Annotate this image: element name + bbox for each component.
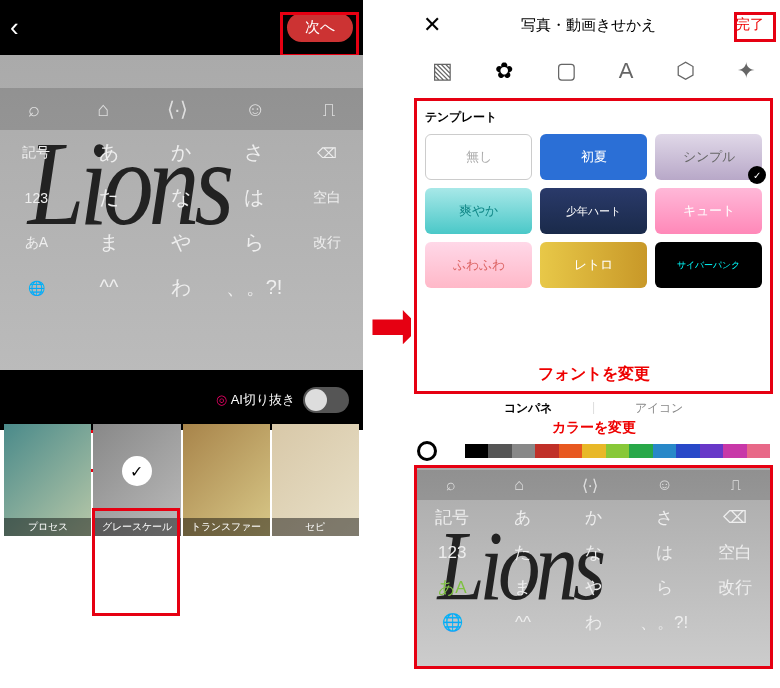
key[interactable]: さ <box>629 500 700 535</box>
key[interactable]: 、。?! <box>629 605 700 640</box>
annotation-color-change: カラーを変更 <box>411 419 776 437</box>
color-swatch[interactable] <box>629 444 653 458</box>
color-swatch[interactable] <box>465 444 489 458</box>
key[interactable]: 空白 <box>290 175 363 220</box>
key[interactable]: ⌫ <box>290 130 363 175</box>
key[interactable]: わ <box>558 605 629 640</box>
color-swatch[interactable] <box>582 444 606 458</box>
search-icon[interactable]: ⌕ <box>28 98 40 121</box>
code-icon[interactable]: ⟨·⟩ <box>167 97 189 121</box>
sparkle-icon[interactable]: ✦ <box>737 58 755 84</box>
key[interactable]: あA <box>0 220 73 265</box>
key[interactable]: は <box>629 535 700 570</box>
shape-icon[interactable]: ▢ <box>556 58 577 84</box>
search-icon[interactable]: ⌕ <box>446 476 456 494</box>
key[interactable]: な <box>558 535 629 570</box>
key[interactable]: は <box>218 175 291 220</box>
key[interactable]: 🌐 <box>417 605 488 640</box>
key[interactable]: ま <box>488 570 559 605</box>
filter-セピ[interactable]: セピ <box>272 424 359 536</box>
category-row: ▧✿▢A⬡✦ <box>411 50 776 92</box>
template-爽やか[interactable]: 爽やか <box>425 188 532 234</box>
close-button[interactable]: ✕ <box>423 12 441 38</box>
color-swatch[interactable] <box>653 444 677 458</box>
key[interactable]: わ <box>145 265 218 310</box>
key[interactable]: 改行 <box>699 570 770 605</box>
mic-icon[interactable]: ⎍ <box>731 476 741 494</box>
face-icon[interactable]: ☺ <box>245 98 265 121</box>
key[interactable]: 記号 <box>417 500 488 535</box>
color-swatch[interactable] <box>747 444 771 458</box>
color-swatch[interactable] <box>676 444 700 458</box>
key[interactable]: ら <box>629 570 700 605</box>
color-swatch[interactable] <box>700 444 724 458</box>
filter-トランスファー[interactable]: トランスファー <box>183 424 270 536</box>
shirt-icon[interactable]: ⌂ <box>514 476 524 494</box>
key[interactable]: た <box>73 175 146 220</box>
color-swatch[interactable] <box>606 444 630 458</box>
filter-プロセス[interactable]: プロセス <box>4 424 91 536</box>
template-キュート[interactable]: キュート <box>655 188 762 234</box>
key[interactable]: な <box>145 175 218 220</box>
key[interactable]: 記号 <box>0 130 73 175</box>
template-初夏[interactable]: 初夏 <box>540 134 647 180</box>
key[interactable]: 🌐 <box>0 265 73 310</box>
template-シンプル[interactable]: シンプル✓ <box>655 134 762 180</box>
color-swatch[interactable] <box>559 444 583 458</box>
blur-icon[interactable]: ▧ <box>432 58 453 84</box>
key[interactable]: 改行 <box>290 220 363 265</box>
key[interactable]: ら <box>218 220 291 265</box>
mic-icon[interactable]: ⎍ <box>323 98 335 121</box>
face-icon[interactable]: ☺ <box>656 476 672 494</box>
template-少年ハート[interactable]: 少年ハート <box>540 188 647 234</box>
template-ふわふわ[interactable]: ふわふわ <box>425 242 532 288</box>
subtab-アイコン[interactable]: アイコン <box>635 400 683 417</box>
ai-cutout-toggle[interactable] <box>303 387 349 413</box>
annotation-font-change: フォントを変更 <box>417 364 770 385</box>
color-swatch[interactable] <box>723 444 747 458</box>
ai-cutout-row: AI切り抜き <box>0 370 363 430</box>
shirt-icon[interactable]: ⌂ <box>97 98 109 121</box>
key[interactable]: 空白 <box>699 535 770 570</box>
highlight-selected-filter <box>92 508 180 616</box>
key[interactable]: あ <box>73 130 146 175</box>
header: ✕ 写真・動画きせかえ 完了 <box>411 0 776 50</box>
code-icon[interactable]: ⟨·⟩ <box>582 476 598 495</box>
key[interactable]: さ <box>218 130 291 175</box>
filter-screen: ‹ 次へ Lions ⌕ ⌂ ⟨·⟩ ☺ ⎍ 記号あかさ⌫123たなは空白あAま… <box>0 0 363 660</box>
key[interactable]: た <box>488 535 559 570</box>
template-無し[interactable]: 無し <box>425 134 532 180</box>
key[interactable]: ^^ <box>488 605 559 640</box>
color-swatch[interactable] <box>535 444 559 458</box>
key[interactable]: 123 <box>417 535 488 570</box>
back-button[interactable]: ‹ <box>10 12 19 43</box>
key[interactable]: ⌫ <box>699 500 770 535</box>
key[interactable]: 123 <box>0 175 73 220</box>
color-swatch[interactable] <box>488 444 512 458</box>
screen-title: 写真・動画きせかえ <box>521 16 656 35</box>
text-icon[interactable]: A <box>619 58 634 84</box>
color-swatch[interactable] <box>512 444 536 458</box>
key[interactable]: ま <box>73 220 146 265</box>
key[interactable] <box>290 265 363 310</box>
key[interactable]: あA <box>417 570 488 605</box>
key[interactable] <box>699 605 770 640</box>
font-icon[interactable]: ✿ <box>495 58 513 84</box>
highlight-next <box>280 12 359 57</box>
shield-icon[interactable]: ⬡ <box>676 58 695 84</box>
color-swatch-selected[interactable] <box>417 441 437 461</box>
key[interactable]: か <box>145 130 218 175</box>
key[interactable]: ^^ <box>73 265 146 310</box>
template-サイバーパンク[interactable]: サイバーパンク <box>655 242 762 288</box>
key[interactable]: か <box>558 500 629 535</box>
template-screen: ✕ 写真・動画きせかえ 完了 ▧✿▢A⬡✦ テンプレート 無し初夏シンプル✓爽や… <box>411 0 776 660</box>
ai-cutout-label: AI切り抜き <box>216 391 295 409</box>
template-heading: テンプレート <box>425 109 762 126</box>
key[interactable]: あ <box>488 500 559 535</box>
template-レトロ[interactable]: レトロ <box>540 242 647 288</box>
key[interactable]: や <box>145 220 218 265</box>
color-swatch[interactable] <box>441 444 465 458</box>
subtab-コンパネ[interactable]: コンパネ <box>504 400 552 417</box>
key[interactable]: 、。?! <box>218 265 291 310</box>
key[interactable]: や <box>558 570 629 605</box>
